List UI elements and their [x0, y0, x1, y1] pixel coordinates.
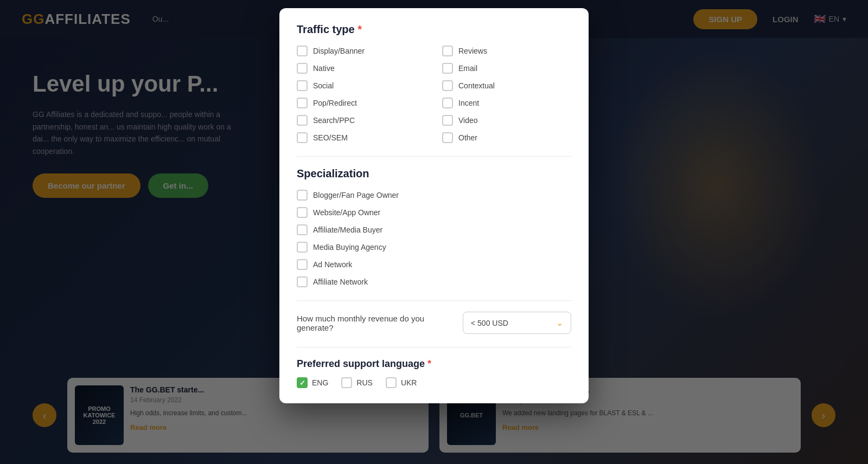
checkbox-box-affiliate-network [297, 276, 308, 287]
checkbox-box-eng [297, 377, 308, 388]
checkbox-search-ppc[interactable]: Search/PPC [297, 115, 426, 126]
chevron-down-icon: ⌄ [556, 318, 563, 328]
checkbox-incent[interactable]: Incent [442, 98, 571, 108]
checkbox-display-banner[interactable]: Display/Banner [297, 46, 426, 56]
checkbox-pop-redirect[interactable]: Pop/Redirect [297, 98, 426, 108]
checkbox-label-affiliate-media-buyer: Affiliate/Media Buyer [313, 225, 382, 234]
checkbox-affiliate-network[interactable]: Affiliate Network [297, 276, 571, 287]
checkbox-affiliate-media-buyer[interactable]: Affiliate/Media Buyer [297, 224, 571, 235]
checkbox-label-video: Video [458, 116, 478, 125]
checkbox-label-contextual: Contextual [458, 81, 495, 90]
checkbox-box-ad-network [297, 259, 308, 270]
checkbox-label-rus: RUS [356, 378, 373, 387]
required-star-lang: * [427, 358, 431, 369]
checkbox-label-social: Social [313, 81, 334, 90]
checkbox-label-seo-sem: SEO/SEM [313, 133, 348, 142]
checkbox-label-pop-redirect: Pop/Redirect [313, 99, 357, 107]
checkbox-label-media-buying-agency: Media Buying Agency [313, 243, 386, 252]
checkbox-label-other: Other [458, 133, 477, 142]
checkbox-other[interactable]: Other [442, 132, 571, 143]
checkbox-box-email [442, 63, 453, 74]
checkbox-box-media-buying-agency [297, 242, 308, 253]
checkbox-box-rus [341, 377, 352, 388]
revenue-row: How much monthly revenue do you generate… [297, 312, 571, 334]
checkbox-box-display-banner [297, 46, 308, 56]
checkbox-box-ukr [386, 377, 397, 388]
checkbox-contextual[interactable]: Contextual [442, 80, 571, 91]
checkbox-native[interactable]: Native [297, 63, 426, 74]
checkbox-box-incent [442, 98, 453, 108]
language-options: ENG RUS UKR [297, 377, 571, 388]
checkbox-media-buying-agency[interactable]: Media Buying Agency [297, 242, 571, 253]
divider-3 [297, 347, 571, 347]
specialization-checkboxes: Blogger/Fan Page Owner Website/App Owner… [297, 190, 571, 287]
checkbox-label-eng: ENG [312, 378, 328, 387]
checkbox-box-search-ppc [297, 115, 308, 126]
modal: Traffic type * Display/Banner Reviews Na… [279, 8, 589, 403]
traffic-type-checkboxes: Display/Banner Reviews Native Email Soci… [297, 46, 571, 143]
checkbox-box-website-app [297, 207, 308, 218]
lang-option-eng[interactable]: ENG [297, 377, 328, 388]
checkbox-box-blogger [297, 190, 308, 201]
checkbox-box-native [297, 63, 308, 74]
revenue-select[interactable]: < 500 USD ⌄ [463, 312, 571, 334]
lang-option-ukr[interactable]: UKR [386, 377, 417, 388]
checkbox-label-reviews: Reviews [458, 47, 487, 55]
checkbox-label-blogger: Blogger/Fan Page Owner [313, 191, 399, 199]
checkbox-seo-sem[interactable]: SEO/SEM [297, 132, 426, 143]
checkbox-box-seo-sem [297, 132, 308, 143]
checkbox-box-affiliate-media-buyer [297, 224, 308, 235]
checkbox-box-other [442, 132, 453, 143]
revenue-value: < 500 USD [471, 319, 508, 327]
traffic-type-title: Traffic type * [297, 23, 571, 36]
revenue-question: How much monthly revenue do you generate… [297, 314, 452, 332]
checkbox-box-pop-redirect [297, 98, 308, 108]
checkbox-label-native: Native [313, 64, 335, 73]
divider-2 [297, 300, 571, 301]
checkbox-video[interactable]: Video [442, 115, 571, 126]
checkbox-social[interactable]: Social [297, 80, 426, 91]
checkbox-ad-network[interactable]: Ad Network [297, 259, 571, 270]
lang-option-rus[interactable]: RUS [341, 377, 373, 388]
checkbox-box-social [297, 80, 308, 91]
checkbox-label-affiliate-network: Affiliate Network [313, 278, 368, 286]
required-star: * [358, 23, 362, 35]
checkbox-label-website-app: Website/App Owner [313, 208, 380, 217]
checkbox-website-app[interactable]: Website/App Owner [297, 207, 571, 218]
checkbox-email[interactable]: Email [442, 63, 571, 74]
checkbox-box-contextual [442, 80, 453, 91]
checkbox-label-email: Email [458, 64, 477, 73]
checkbox-box-reviews [442, 46, 453, 56]
checkbox-label-search-ppc: Search/PPC [313, 116, 355, 125]
checkbox-label-display-banner: Display/Banner [313, 47, 365, 55]
checkbox-label-ad-network: Ad Network [313, 260, 352, 269]
checkbox-box-video [442, 115, 453, 126]
checkbox-reviews[interactable]: Reviews [442, 46, 571, 56]
support-language-title: Preferred support language * [297, 358, 571, 370]
checkbox-label-ukr: UKR [401, 378, 417, 387]
checkbox-blogger[interactable]: Blogger/Fan Page Owner [297, 190, 571, 201]
specialization-title: Specialization [297, 167, 571, 180]
checkbox-label-incent: Incent [458, 99, 479, 107]
divider [297, 156, 571, 157]
